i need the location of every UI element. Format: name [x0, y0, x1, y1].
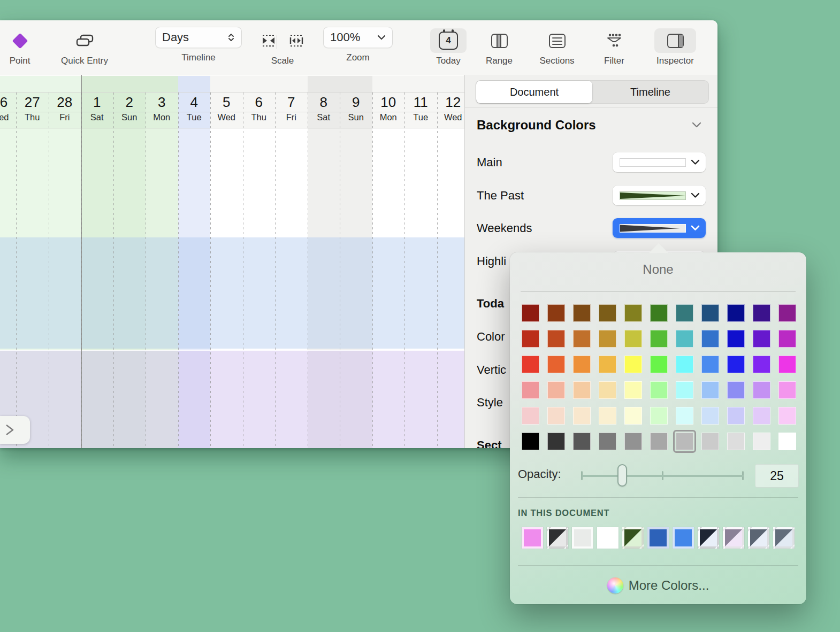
color-swatch[interactable]: [522, 330, 539, 348]
color-swatch[interactable]: [701, 381, 719, 399]
color-swatch[interactable]: [547, 356, 565, 373]
opacity-slider-track[interactable]: [582, 475, 744, 477]
color-swatch[interactable]: [573, 330, 591, 348]
color-swatch[interactable]: [778, 433, 796, 450]
document-color-swatch[interactable]: [622, 527, 644, 549]
color-swatch[interactable]: [701, 407, 719, 425]
color-swatch[interactable]: [753, 330, 770, 348]
color-swatch[interactable]: [599, 381, 616, 399]
none-menu-item[interactable]: None: [510, 262, 806, 277]
quick-entry-button[interactable]: Quick Entry: [47, 27, 122, 66]
color-swatch[interactable]: [727, 381, 745, 399]
color-swatch[interactable]: [727, 407, 745, 425]
color-swatch[interactable]: [599, 407, 616, 425]
document-color-swatch[interactable]: [647, 527, 669, 549]
color-swatch[interactable]: [701, 433, 719, 450]
main-color-dropdown[interactable]: [613, 152, 706, 172]
color-swatch[interactable]: [624, 433, 642, 450]
more-colors-button[interactable]: More Colors...: [510, 574, 806, 597]
color-swatch[interactable]: [676, 356, 693, 373]
color-swatch[interactable]: [753, 381, 770, 399]
color-swatch[interactable]: [624, 407, 642, 425]
color-swatch[interactable]: [753, 407, 770, 425]
opacity-value-field[interactable]: 25: [755, 464, 799, 488]
compress-arrows-icon[interactable]: [261, 33, 277, 48]
sections-button[interactable]: Sections: [530, 27, 584, 66]
color-swatch[interactable]: [573, 381, 591, 399]
color-swatch[interactable]: [599, 356, 616, 373]
document-color-swatch[interactable]: [597, 527, 618, 549]
color-swatch[interactable]: [624, 381, 642, 399]
color-swatch[interactable]: [778, 407, 796, 425]
color-swatch[interactable]: [547, 433, 565, 450]
color-swatch[interactable]: [778, 330, 796, 348]
document-color-swatch[interactable]: [698, 527, 719, 549]
color-swatch[interactable]: [701, 304, 719, 322]
color-swatch[interactable]: [650, 433, 668, 450]
color-swatch[interactable]: [676, 407, 693, 425]
color-swatch[interactable]: [522, 433, 539, 450]
color-swatch[interactable]: [573, 304, 591, 322]
opacity-slider-thumb[interactable]: [617, 464, 627, 487]
past-color-dropdown[interactable]: [613, 186, 706, 205]
color-swatch[interactable]: [624, 330, 642, 348]
color-swatch[interactable]: [778, 381, 796, 399]
color-swatch[interactable]: [599, 433, 616, 450]
color-swatch[interactable]: [573, 356, 591, 373]
color-swatch[interactable]: [753, 433, 770, 450]
document-color-swatch[interactable]: [723, 527, 744, 549]
document-color-swatch[interactable]: [673, 527, 694, 549]
color-swatch[interactable]: [547, 381, 565, 399]
color-swatch[interactable]: [753, 304, 770, 322]
color-swatch[interactable]: [547, 330, 565, 348]
color-swatch[interactable]: [650, 330, 668, 348]
document-color-swatch[interactable]: [522, 527, 543, 549]
color-swatch[interactable]: [676, 381, 693, 399]
color-swatch[interactable]: [522, 304, 539, 322]
color-swatch[interactable]: [727, 356, 745, 373]
color-swatch[interactable]: [727, 433, 745, 450]
color-swatch[interactable]: [701, 356, 719, 373]
color-swatch[interactable]: [547, 407, 565, 425]
document-color-swatch[interactable]: [572, 527, 593, 549]
color-swatch[interactable]: [727, 304, 745, 322]
zoom-dropdown[interactable]: 100%: [323, 27, 393, 48]
color-swatch[interactable]: [650, 407, 668, 425]
color-swatch[interactable]: [727, 330, 745, 348]
color-swatch[interactable]: [650, 304, 668, 322]
weekends-color-dropdown[interactable]: [613, 218, 706, 238]
today-button[interactable]: 4 Today: [427, 27, 470, 66]
color-swatch[interactable]: [573, 433, 591, 450]
color-swatch[interactable]: [573, 407, 591, 425]
tab-document[interactable]: Document: [476, 81, 592, 103]
color-swatch[interactable]: [599, 304, 616, 322]
days-dropdown[interactable]: Days: [155, 27, 242, 48]
document-color-swatch[interactable]: [748, 527, 769, 549]
inspector-button[interactable]: Inspector: [647, 27, 703, 66]
color-swatch[interactable]: [676, 304, 693, 322]
color-swatch[interactable]: [547, 304, 565, 322]
color-swatch[interactable]: [778, 356, 796, 373]
color-swatch[interactable]: [753, 356, 770, 373]
point-button[interactable]: Point: [0, 27, 42, 66]
document-color-swatch[interactable]: [773, 527, 795, 549]
tab-timeline[interactable]: Timeline: [592, 81, 708, 103]
color-swatch[interactable]: [676, 433, 693, 450]
color-swatch[interactable]: [778, 304, 796, 322]
color-swatch[interactable]: [701, 330, 719, 348]
sidebar-expander-button[interactable]: [0, 416, 30, 444]
filter-button[interactable]: Filter: [593, 27, 636, 66]
color-swatch[interactable]: [676, 330, 693, 348]
collapse-chevron-icon[interactable]: [692, 122, 701, 128]
color-swatch[interactable]: [650, 356, 668, 373]
color-swatch[interactable]: [522, 407, 539, 425]
color-swatch[interactable]: [522, 381, 539, 399]
expand-arrows-icon[interactable]: [288, 33, 304, 48]
color-swatch[interactable]: [624, 356, 642, 373]
document-color-swatch[interactable]: [547, 527, 568, 549]
color-swatch[interactable]: [624, 304, 642, 322]
color-swatch[interactable]: [522, 356, 539, 373]
color-swatch[interactable]: [650, 381, 668, 399]
range-button[interactable]: Range: [478, 27, 521, 66]
color-swatch[interactable]: [599, 330, 616, 348]
